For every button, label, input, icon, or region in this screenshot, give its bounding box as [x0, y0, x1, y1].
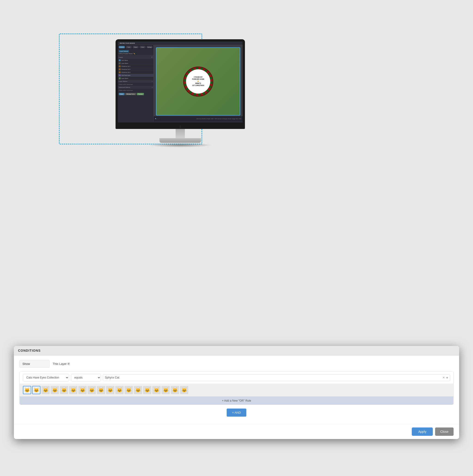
layer-layer-name-2[interactable]: Layer Name: [118, 77, 153, 80]
dialog-footer: Apply Close: [14, 424, 459, 439]
actions-btn[interactable]: Actions: [119, 46, 125, 48]
cat-thumb-18[interactable]: 🐱: [180, 386, 188, 394]
layer-christmas-cat-2[interactable]: Christmas Cat 2: [118, 68, 153, 71]
cat-thumb-12[interactable]: 🐱: [125, 386, 133, 394]
layer-default-label: Layer Default: [120, 51, 128, 52]
editor-save-btn[interactable]: Save: [119, 93, 125, 95]
add-or-rule-text: + Add a New "OR" Rule: [222, 399, 251, 402]
layers-section-header: Layers +: [118, 55, 153, 59]
layer-options-expand[interactable]: +: [152, 81, 152, 82]
editor-header: REFINE YOUR DESIGN: [118, 42, 243, 45]
dialog-title-bar: CONDITIONS: [14, 346, 459, 355]
apply-button[interactable]: Apply: [412, 427, 433, 436]
edit-icon[interactable]: ✏️: [134, 53, 135, 54]
advanced-options-placeholder: Please select some layer: [118, 89, 153, 92]
condition-value-clear-icon[interactable]: ✕: [442, 376, 445, 379]
ornament-preview: I FOUND MY FOREVER HOME 🐱 MIMI'S 1ST CHR…: [156, 47, 240, 116]
cat-thumb-17[interactable]: 🐱: [171, 386, 179, 394]
condition-dropdown-icon[interactable]: ▾: [446, 375, 448, 380]
cat-thumb-3[interactable]: 🐱: [41, 386, 50, 394]
cat-thumb-1[interactable]: 🐱: [23, 386, 31, 394]
cat-thumb-16[interactable]: 🐱: [162, 386, 170, 394]
imac-bezel: REFINE YOUR DESIGN Actions Tools Object …: [116, 39, 245, 125]
dialog-title: CONDITIONS: [18, 349, 41, 352]
apple-logo-icon: : [180, 125, 181, 129]
collection-select[interactable]: Cats Have Eyes Collection: [23, 374, 69, 381]
zoom-icon[interactable]: 🔍: [155, 118, 157, 119]
cat-thumb-15[interactable]: 🐱: [152, 386, 161, 394]
editor-body: Actions Tools Object Chart Settings Laye…: [118, 45, 243, 121]
layer-options-header: Layer Options +: [118, 80, 153, 83]
advanced-options-header: Advanced Options +: [118, 86, 153, 89]
layer-options-label: Layer Options: [119, 81, 127, 82]
this-layer-if-label: This Layer If:: [53, 362, 70, 366]
condition-row-container: Cats Have Eyes Collection equals Sphynx …: [19, 371, 454, 405]
imac-neck: [176, 129, 185, 138]
cat-thumb-7[interactable]: 🐱: [78, 386, 87, 394]
show-input[interactable]: [19, 360, 50, 368]
operator-select[interactable]: equals: [71, 374, 101, 381]
editor-bottom-buttons: Save Manage Fonts Preview: [118, 92, 153, 96]
cat-thumb-2[interactable]: 🐱: [32, 386, 40, 394]
editor-toolbar: Actions Tools Object Chart Settings: [118, 45, 153, 49]
ornament-text: I FOUND MY FOREVER HOME 🐱 MIMI'S 1ST CHR…: [192, 76, 204, 86]
imac-display: REFINE YOUR DESIGN Actions Tools Object …: [116, 39, 245, 147]
advanced-options-expand[interactable]: +: [152, 87, 152, 88]
condition-value-container: Sphynx Cat ✕ ▾: [103, 374, 450, 381]
cat-thumb-14[interactable]: 🐱: [143, 386, 151, 394]
cat-thumb-4[interactable]: 🐱: [51, 386, 59, 394]
imac-screen: REFINE YOUR DESIGN Actions Tools Object …: [118, 42, 243, 122]
canvas-info-bar: 🔍 + - Edit Area Width & Height: 300 x 70…: [154, 116, 243, 121]
imac-shadow: [148, 143, 213, 147]
add-layer-icon[interactable]: +: [151, 56, 152, 58]
cat-thumb-13[interactable]: 🐱: [134, 386, 142, 394]
and-btn-row: + AND: [19, 408, 454, 417]
layer-cats-name[interactable]: Cat's Name: [118, 59, 153, 62]
cat-thumb-6[interactable]: 🐱: [69, 386, 77, 394]
cats-thumbnail-area: 🐱 🐱 🐱 🐱 🐱 🐱 🐱 🐱 🐱 🐱 🐱 🐱 🐱 🐱 🐱 🐱 🐱 🐱: [20, 384, 453, 396]
close-button[interactable]: Close: [435, 427, 454, 436]
zoom-out-btn[interactable]: -: [159, 118, 160, 119]
dialog-body: This Layer If: Cats Have Eyes Collection…: [14, 355, 459, 424]
condition-value-text: Sphynx Cat: [105, 376, 441, 379]
cat-thumb-8[interactable]: 🐱: [87, 386, 96, 394]
layers-label: Layers: [119, 57, 123, 58]
cat-thumb-9[interactable]: 🐱: [97, 386, 105, 394]
editor-manage-fonts-btn[interactable]: Manage Fonts: [125, 93, 136, 95]
conditions-dialog: CONDITIONS This Layer If: Cats Have Eyes…: [14, 346, 459, 439]
chart-btn[interactable]: Chart: [140, 46, 146, 48]
show-row: This Layer If:: [19, 360, 454, 368]
imac-chin: : [116, 125, 245, 129]
editor-left-panel: Actions Tools Object Chart Settings Laye…: [118, 45, 154, 121]
cat-thumb-5[interactable]: 🐱: [60, 386, 68, 394]
imac-base: [159, 138, 201, 143]
advanced-options-label: Advanced Options: [119, 87, 130, 88]
layer-default-section: Layer Default Editing Template Default ✏…: [118, 49, 153, 55]
cat-thumb-11[interactable]: 🐱: [115, 386, 124, 394]
editor-preview-btn[interactable]: Preview: [137, 93, 144, 95]
layer-cats-have-eyes[interactable]: Cats Have Eyes: [118, 74, 153, 77]
layer-christmas-cat-1[interactable]: Christmas Cat 1: [118, 65, 153, 68]
editor-title: REFINE YOUR DESIGN: [120, 43, 135, 44]
add-or-rule-bar[interactable]: + Add a New "OR" Rule: [20, 396, 453, 405]
canvas-info-text: Edit Area Width & Height: 300 x 700 Canv…: [196, 118, 241, 119]
condition-row: Cats Have Eyes Collection equals Sphynx …: [20, 372, 453, 384]
object-btn[interactable]: Object: [133, 46, 139, 48]
editor-canvas: I FOUND MY FOREVER HOME 🐱 MIMI'S 1ST CHR…: [154, 45, 243, 121]
layer-layer-name-1[interactable]: Layer Name: [118, 62, 153, 65]
layer-christmas-cat-3[interactable]: Christmas Cat 3: [118, 71, 153, 74]
settings-btn[interactable]: Settings: [147, 46, 152, 48]
tools-btn[interactable]: Tools: [126, 46, 132, 48]
layers-list: Cat's Name Layer Name Christmas Cat 1: [118, 59, 153, 80]
zoom-in-btn[interactable]: +: [158, 118, 158, 119]
layer-options-placeholder: Please select some layer: [118, 83, 153, 86]
editing-template-label: Editing Template Default: [119, 53, 133, 54]
and-button[interactable]: + AND: [227, 408, 247, 417]
cat-thumb-10[interactable]: 🐱: [106, 386, 114, 394]
